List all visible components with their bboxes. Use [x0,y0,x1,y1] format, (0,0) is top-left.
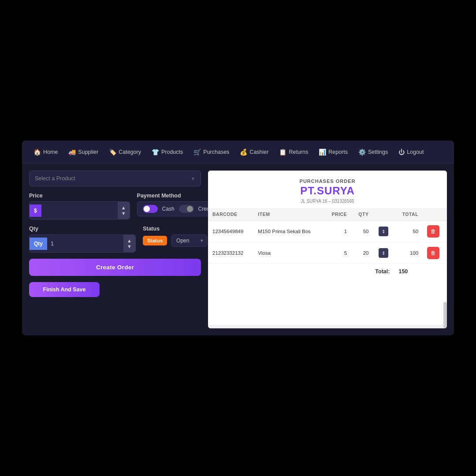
purchases-icon: 🛒 [193,149,201,156]
row-qty: 20 [351,242,373,264]
returns-icon: 📋 [279,149,286,156]
nav-label-purchases: Purchases [203,149,229,155]
col-qty: QTY [351,208,373,221]
row-spin-button-1[interactable]: ⇕ [379,248,388,258]
products-icon: 👕 [152,149,159,156]
row-spin: ⇕ [373,221,394,242]
qty-label: Qty [29,226,136,232]
total-spacer [423,264,447,279]
col-price: PRICE [324,208,351,221]
price-input[interactable] [41,205,118,217]
row-barcode: 12345649849 [208,221,253,242]
nav-label-cashier: Cashier [249,149,268,155]
table-header-row: BARCODE ITEM PRICE QTY TOTAL [208,208,447,221]
scrollbar-thumb[interactable] [443,302,447,328]
order-table-body: 12345649849 M150 Prima Sekali Bos 1 50 ⇕… [208,221,447,264]
qty-input[interactable] [47,238,123,250]
qty-spin-button[interactable]: ▲ ▼ [123,235,135,252]
qty-group: Qty Qty ▲ ▼ [29,226,136,253]
qty-input-container: Qty ▲ ▼ [29,234,136,253]
nav-item-supplier[interactable]: 🚚Supplier [64,146,103,158]
nav-item-reports[interactable]: 📊Reports [314,146,352,158]
cash-toggle[interactable] [143,205,158,213]
status-label: Status [143,226,207,232]
order-table-head: BARCODE ITEM PRICE QTY TOTAL [208,208,447,221]
qty-prefix: Qty [30,238,47,250]
nav-item-returns[interactable]: 📋Returns [275,146,312,158]
nav-item-category[interactable]: 🏷️Category [104,146,145,158]
app-container: 🏠Home🚚Supplier🏷️Category👕Products🛒Purcha… [22,141,454,335]
nav-label-products: Products [161,149,183,155]
table-row: 12345649849 M150 Prima Sekali Bos 1 50 ⇕… [208,221,447,242]
navbar: 🏠Home🚚Supplier🏷️Category👕Products🛒Purcha… [22,141,454,164]
status-group: Status Status Open Closed Pending [143,226,207,253]
credit-toggle[interactable] [179,205,194,213]
logout-icon: ⏻ [398,149,405,156]
price-prefix: $ [30,205,41,217]
status-select[interactable]: Open Closed Pending [171,234,207,247]
row-delete-cell: 🗑 [423,242,447,264]
product-select-placeholder: Select a Product [35,175,75,182]
nav-item-logout[interactable]: ⏻Logout [394,146,428,158]
order-company: PT.SURYA [215,185,440,197]
row-price: 1 [324,221,351,242]
status-badge: Status [143,236,167,245]
row-spin: ⇕ [373,242,394,264]
col-total: TOTAL [394,208,423,221]
nav-item-products[interactable]: 👕Products [147,146,187,158]
col-barcode: BARCODE [208,208,253,221]
qty-spin-up-icon: ▲ [127,238,132,243]
nav-item-purchases[interactable]: 🛒Purchases [189,146,234,158]
col-delete [423,208,447,221]
col-item: ITEM [253,208,324,221]
spin-down-icon: ▼ [121,211,126,216]
price-spin-button[interactable]: ▲ ▼ [118,202,130,219]
total-value: 150 [394,264,423,279]
payment-group: Payment Method Cash Credit [137,193,218,219]
row-delete-button-1[interactable]: 🗑 [427,247,439,259]
nav-item-settings[interactable]: ⚙️Settings [354,146,392,158]
row-total: 100 [394,242,423,264]
qty-spin-down-icon: ▼ [127,244,132,249]
nav-item-home[interactable]: 🏠Home [29,146,62,158]
order-header: PURCHASES ORDER PT.SURYA JL SURYA 16 – 0… [208,171,447,208]
status-select-wrap: Open Closed Pending [171,234,207,247]
nav-label-supplier: Supplier [78,149,98,155]
form-row-qty-status: Qty Qty ▲ ▼ Status Status [29,226,201,253]
home-icon: 🏠 [33,149,41,156]
form-row-price-payment: Price $ ▲ ▼ Payment Method Cash [29,193,201,219]
finish-save-button[interactable]: Finish And Save [29,282,100,297]
nav-label-logout: Logout [407,149,424,155]
create-order-button[interactable]: Create Order [29,259,201,276]
scrollbar[interactable] [208,325,447,328]
nav-label-returns: Returns [289,149,308,155]
row-delete-cell: 🗑 [423,221,447,242]
order-table: BARCODE ITEM PRICE QTY TOTAL 12345649849… [208,208,447,279]
nav-item-cashier[interactable]: 💰Cashier [235,146,273,158]
order-title: PURCHASES ORDER [215,178,440,184]
payment-label: Payment Method [137,193,218,199]
supplier-icon: 🚚 [68,149,76,156]
row-price: 5 [324,242,351,264]
status-row: Status Open Closed Pending [143,234,207,247]
row-item: M150 Prima Sekali Bos [253,221,324,242]
settings-icon: ⚙️ [358,149,366,156]
chevron-down-icon: ▼ [191,176,195,181]
price-label: Price [29,193,130,199]
row-qty: 50 [351,221,373,242]
row-total: 50 [394,221,423,242]
price-input-container: $ ▲ ▼ [29,201,130,219]
right-panel: PURCHASES ORDER PT.SURYA JL SURYA 16 – 0… [208,171,447,328]
nav-label-category: Category [119,149,141,155]
order-table-foot: Total: 150 [208,264,447,279]
product-select[interactable]: Select a Product ▼ [29,171,201,186]
cashier-icon: 💰 [240,149,247,156]
row-spin-button-0[interactable]: ⇕ [379,227,388,236]
nav-label-reports: Reports [328,149,348,155]
table-row: 21232332132 Viosa 5 20 ⇕ 100 🗑 [208,242,447,264]
nav-label-home: Home [43,149,58,155]
left-panel: Select a Product ▼ Price $ ▲ ▼ [29,171,201,328]
col-actions [373,208,394,221]
nav-label-settings: Settings [368,149,388,155]
row-delete-button-0[interactable]: 🗑 [427,225,439,238]
